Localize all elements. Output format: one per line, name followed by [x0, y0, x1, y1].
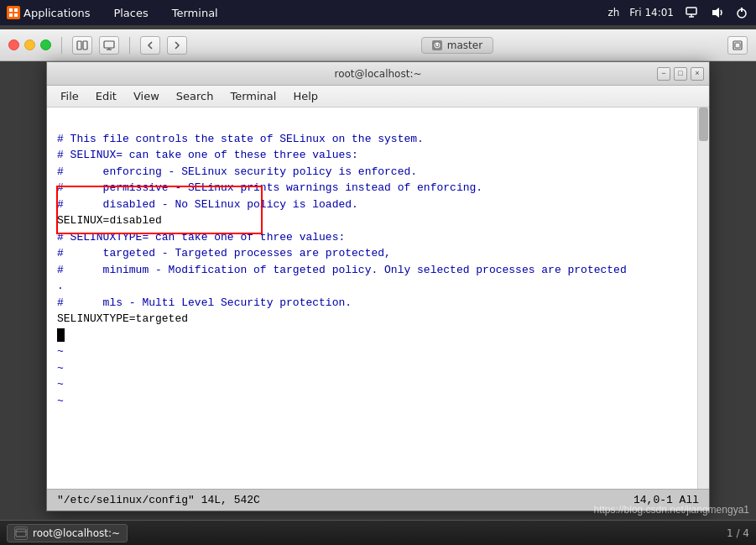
taskbar-item[interactable]: root@localhost:~ [7, 524, 128, 542]
menu-file[interactable]: File [54, 88, 86, 104]
places-label[interactable]: Places [113, 7, 148, 19]
toolbar-title: master [447, 39, 482, 51]
status-left: "/etc/selinux/config" 14L, 542C [57, 494, 633, 506]
split-view-button[interactable] [72, 36, 92, 55]
menu-help[interactable]: Help [286, 88, 325, 104]
close-button[interactable] [8, 39, 19, 50]
tilde-2: ~ [57, 362, 64, 375]
line-8: # targeted - Targeted processes are prot… [57, 247, 391, 259]
forward-button[interactable] [167, 36, 187, 55]
taskbar-item-icon [14, 527, 28, 540]
toolbar-divider1 [61, 37, 62, 54]
scrollbar[interactable] [697, 107, 709, 489]
tilde-1: ~ [57, 345, 64, 358]
svg-marker-7 [712, 8, 719, 18]
line-4: # permissive - SELinux prints warnings i… [57, 181, 482, 194]
traffic-lights [8, 39, 51, 50]
power-icon[interactable] [734, 5, 749, 20]
line-11: # mls - Multi Level Security protection. [57, 296, 352, 309]
svg-rect-18 [735, 43, 740, 48]
mac-toolbar: master [0, 29, 756, 61]
desktop: Applications Places Terminal zh Fri 14:0… [0, 0, 756, 545]
tilde-3: ~ [57, 378, 64, 390]
back-button[interactable] [140, 36, 160, 55]
line-2: # SELINUX= can take one of these three v… [57, 149, 358, 161]
svg-rect-3 [14, 13, 18, 17]
menu-terminal[interactable]: Terminal [223, 88, 283, 104]
svg-rect-0 [9, 8, 13, 12]
lang-indicator: zh [607, 7, 619, 18]
taskbar-page-indicator: 1 / 4 [727, 527, 749, 539]
terminal-maximize-btn[interactable]: □ [674, 67, 687, 81]
tilde-4: ~ [57, 395, 64, 407]
restore-button[interactable] [727, 36, 748, 55]
cursor [57, 328, 65, 342]
terminal-close-btn[interactable]: × [691, 67, 704, 81]
screen-button[interactable] [99, 36, 119, 55]
clock: Fri 14:01 [629, 7, 674, 18]
terminal-window-buttons: − □ × [657, 67, 704, 81]
network-icon[interactable] [684, 5, 699, 20]
svg-rect-2 [9, 13, 13, 17]
line-12: SELINUXTYPE=targeted [57, 312, 188, 325]
menu-view[interactable]: View [127, 88, 166, 104]
terminal-text-area: # This file controls the state of SELinu… [57, 114, 699, 426]
svg-rect-19 [16, 529, 26, 537]
minimize-button[interactable] [24, 39, 35, 50]
taskbar-item-label: root@localhost:~ [33, 527, 120, 539]
svg-rect-12 [104, 41, 114, 48]
menu-search[interactable]: Search [169, 88, 221, 104]
top-panel-left: Applications Places Terminal [7, 6, 218, 19]
svg-rect-10 [77, 41, 81, 50]
apps-icon [7, 6, 20, 19]
menu-bar: File Edit View Search Terminal Help [47, 86, 709, 107]
volume-icon[interactable] [709, 5, 724, 20]
taskbar: root@localhost:~ 1 / 4 [0, 520, 756, 545]
terminal-label[interactable]: Terminal [172, 7, 218, 19]
top-panel-right: zh Fri 14:01 [607, 5, 749, 20]
line-3: # enforcing - SELinux security policy is… [57, 165, 417, 178]
watermark: https://blog.csdn.net/jiangmengya1 [594, 504, 749, 516]
terminal-window: root@localhost:~ − □ × File Edit View Se… [46, 61, 710, 511]
svg-rect-16 [436, 43, 438, 46]
svg-rect-1 [14, 8, 18, 12]
toolbar-title-area: master [194, 37, 721, 54]
line-9: # minimum - Modification of targeted pol… [57, 264, 627, 276]
line-5: # disabled - No SELinux policy is loaded… [57, 198, 358, 211]
top-panel: Applications Places Terminal zh Fri 14:0… [0, 0, 756, 25]
terminal-minimize-btn[interactable]: − [657, 67, 670, 81]
line-1: # This file controls the state of SELinu… [57, 133, 424, 145]
applications-menu[interactable]: Applications [7, 6, 90, 19]
terminal-title: root@localhost:~ [334, 68, 421, 80]
scrollbar-thumb[interactable] [699, 107, 708, 141]
maximize-button[interactable] [40, 39, 51, 50]
line-7: # SELINUXTYPE= can take one of three val… [57, 231, 345, 244]
svg-rect-4 [686, 8, 696, 14]
svg-rect-11 [83, 41, 87, 50]
title-box: master [421, 37, 493, 54]
line-10: . [57, 280, 64, 292]
line-6: SELINUX=disabled [57, 214, 162, 227]
applications-label[interactable]: Applications [23, 7, 90, 19]
menu-edit[interactable]: Edit [89, 88, 123, 104]
toolbar-divider2 [129, 37, 130, 54]
terminal-titlebar: root@localhost:~ − □ × [47, 62, 709, 86]
terminal-content: # This file controls the state of SELinu… [47, 107, 709, 489]
master-icon [432, 40, 442, 50]
line-cursor [57, 329, 65, 342]
